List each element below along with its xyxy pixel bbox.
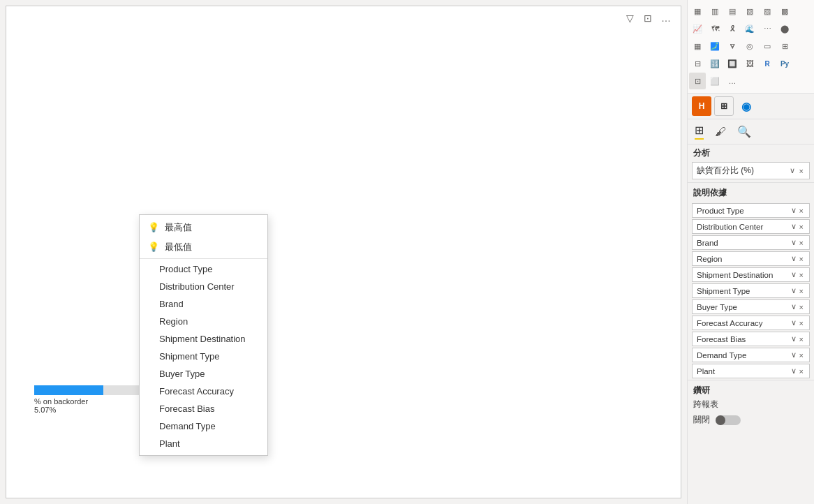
field-shipment-destination-expand[interactable]: ∨: [790, 270, 798, 279]
field-forecast-bias-close[interactable]: ×: [798, 335, 805, 343]
viz-r-script[interactable]: R: [759, 55, 776, 72]
metric-close-btn[interactable]: ×: [798, 167, 805, 175]
toggle-thumb: [716, 415, 725, 425]
viz-line[interactable]: 📈: [689, 20, 706, 37]
field-distribution-center-close[interactable]: ×: [798, 223, 805, 231]
drill-sub: 跨報表: [693, 399, 808, 410]
field-buyer-type-expand[interactable]: ∨: [790, 302, 798, 311]
field-plant-expand[interactable]: ∨: [790, 366, 798, 376]
field-plant-close[interactable]: ×: [798, 367, 805, 376]
menu-item-buyer-type[interactable]: Buyer Type: [140, 365, 267, 383]
field-forecast-bias-label: Forecast Bias: [697, 335, 790, 343]
field-forecast-accuracy-expand[interactable]: ∨: [790, 318, 798, 327]
field-region-close[interactable]: ×: [798, 255, 805, 263]
field-forecast-accuracy-close[interactable]: ×: [798, 319, 805, 327]
field-buyer-type-label: Buyer Type: [697, 303, 790, 311]
viz-100-bar[interactable]: ▤: [724, 3, 741, 20]
viz-gauge[interactable]: ◎: [741, 38, 758, 54]
menu-item-shipment-type[interactable]: Shipment Type: [140, 348, 267, 365]
viz-pie[interactable]: ⬤: [776, 20, 793, 37]
field-product-type-close[interactable]: ×: [798, 207, 805, 215]
menu-min-row[interactable]: 💡 最低值: [140, 237, 267, 257]
field-buyer-type-close[interactable]: ×: [798, 303, 805, 311]
menu-max-label: 最高值: [165, 221, 192, 234]
legend-section-title: 說明依據: [688, 182, 814, 202]
canvas-frame: ▽ ⊡ … % on backorder 5.07% 💡 最高值 💡 最低值 P…: [6, 6, 681, 498]
menu-item-brand[interactable]: Brand: [140, 295, 267, 313]
field-shipment-type-expand[interactable]: ∨: [790, 286, 798, 295]
viz-more[interactable]: …: [724, 73, 741, 89]
viz-slicer[interactable]: 🔲: [724, 55, 741, 72]
viz-python[interactable]: Py: [776, 55, 793, 72]
field-brand-expand[interactable]: ∨: [790, 238, 798, 247]
metric-controls: ∨ ×: [788, 166, 805, 175]
circle-plugin-btn[interactable]: ◉: [737, 96, 756, 116]
tab-analytics[interactable]: 🔍: [734, 124, 754, 140]
filter-icon[interactable]: ▽: [623, 12, 636, 24]
viz-scatter[interactable]: ⋯: [759, 20, 776, 37]
more-icon[interactable]: …: [660, 12, 672, 24]
toggle-track[interactable]: [716, 415, 741, 425]
field-forecast-bias-expand[interactable]: ∨: [790, 334, 798, 343]
viz-stacked-bar[interactable]: ▦: [689, 3, 706, 20]
field-demand-type-close[interactable]: ×: [798, 351, 805, 360]
viz-funnel[interactable]: ⛛: [724, 38, 741, 54]
metric-text: 缺貨百分比 (%): [697, 165, 788, 177]
field-demand-type: Demand Type ∨ ×: [692, 348, 810, 362]
toggle-row: 關閉: [693, 414, 808, 426]
right-panel: ▦ ▥ ▤ ▧ ▨ ▩ 📈 🗺 🎗 🌊 ⋯ ⬤ ▦ 🗾 ⛛ ◎ ▭ ⊞ ⊟ 🔢 …: [687, 0, 814, 504]
viz-table[interactable]: ⊞: [776, 38, 793, 54]
viz-waterfall[interactable]: 🌊: [741, 20, 758, 37]
viz-bar-chart[interactable]: ▧: [741, 3, 758, 20]
viz-ribbon[interactable]: 🎗: [724, 20, 741, 37]
viz-treemap[interactable]: ▦: [689, 38, 706, 54]
field-forecast-accuracy-label: Forecast Accuracy: [697, 319, 790, 327]
field-distribution-center-expand[interactable]: ∨: [790, 222, 798, 231]
viz-card[interactable]: ▭: [759, 38, 776, 54]
viz-stacked-col[interactable]: ▩: [776, 3, 793, 20]
menu-divider: [140, 258, 267, 259]
viz-decomp-tree[interactable]: ⊡: [689, 73, 706, 89]
menu-max-row[interactable]: 💡 最高值: [140, 218, 267, 237]
focus-icon[interactable]: ⊡: [642, 12, 654, 24]
viz-clustered-col[interactable]: ▨: [759, 3, 776, 20]
viz-key-influencer[interactable]: ⬜: [706, 73, 723, 89]
field-forecast-bias: Forecast Bias ∨ ×: [692, 332, 810, 346]
field-demand-type-expand[interactable]: ∨: [790, 350, 798, 360]
grid-plugin-btn[interactable]: ⊞: [714, 96, 734, 116]
field-shipment-destination-close[interactable]: ×: [798, 271, 805, 279]
menu-item-forecast-bias[interactable]: Forecast Bias: [140, 400, 267, 417]
viz-kpi[interactable]: 🔢: [706, 55, 723, 72]
viz-clustered-bar[interactable]: ▥: [706, 3, 723, 20]
menu-item-region[interactable]: Region: [140, 313, 267, 330]
analytics-icon: 🔍: [737, 125, 751, 138]
tab-format[interactable]: 🖌: [712, 124, 729, 140]
viz-map[interactable]: 🗾: [706, 38, 723, 54]
viz-row-5: ⊡ ⬜ …: [689, 73, 813, 89]
menu-item-demand-type[interactable]: Demand Type: [140, 417, 267, 435]
toggle-label: 關閉: [693, 414, 710, 426]
field-product-type-expand[interactable]: ∨: [790, 206, 798, 215]
metric-expand-btn[interactable]: ∨: [788, 166, 797, 175]
viz-area[interactable]: 🗺: [706, 20, 723, 37]
field-region-expand[interactable]: ∨: [790, 254, 798, 263]
menu-min-label: 最低值: [165, 241, 192, 253]
field-shipment-type-close[interactable]: ×: [798, 287, 805, 295]
fields-icon: ⊞: [695, 124, 704, 137]
html-plugin-btn[interactable]: H: [692, 96, 711, 116]
menu-item-forecast-accuracy[interactable]: Forecast Accuracy: [140, 383, 267, 400]
menu-item-plant[interactable]: Plant: [140, 435, 267, 452]
field-buyer-type: Buyer Type ∨ ×: [692, 299, 810, 314]
menu-item-distribution-center[interactable]: Distribution Center: [140, 278, 267, 295]
bulb-min-icon: 💡: [148, 242, 159, 253]
context-menu: 💡 最高值 💡 最低值 Product Type Distribution Ce…: [139, 214, 268, 456]
analysis-section-label: 分析: [688, 144, 814, 161]
tab-fields[interactable]: ⊞: [692, 122, 706, 141]
viz-matrix[interactable]: ⊟: [689, 55, 706, 72]
menu-item-shipment-destination[interactable]: Shipment Destination: [140, 330, 267, 348]
menu-item-product-type[interactable]: Product Type: [140, 260, 267, 278]
viz-image[interactable]: 🖼: [741, 55, 758, 72]
viz-row-1: ▦ ▥ ▤ ▧ ▨ ▩: [689, 3, 813, 20]
field-brand-close[interactable]: ×: [798, 239, 805, 247]
plugin-row: H ⊞ ◉: [688, 94, 814, 119]
